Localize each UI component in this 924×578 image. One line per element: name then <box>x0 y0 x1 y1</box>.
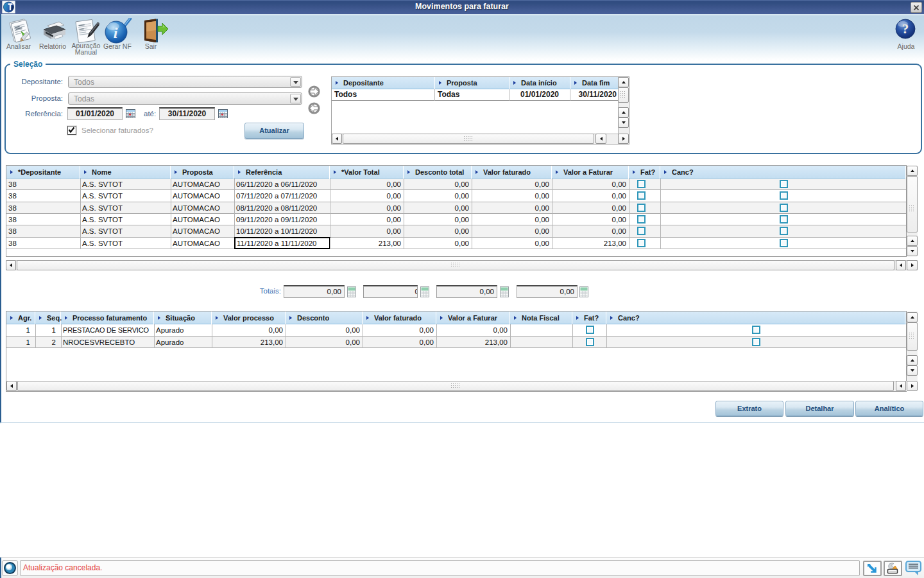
svg-text:i: i <box>114 24 118 41</box>
svg-text:?: ? <box>902 21 909 37</box>
